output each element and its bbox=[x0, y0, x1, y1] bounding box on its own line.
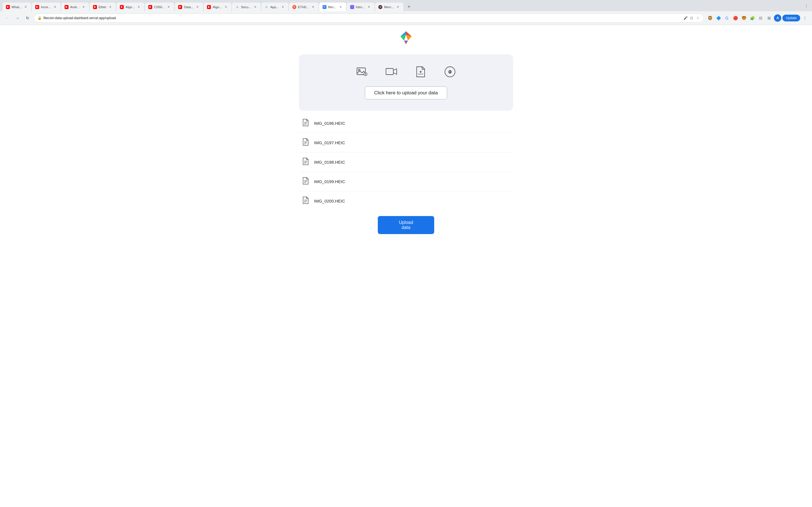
sidebar-toggle[interactable]: ⊟ bbox=[757, 14, 764, 22]
tab-favicon-yt6: ▶ bbox=[148, 5, 152, 9]
file-item-2: IMG_0198.HEIC bbox=[299, 152, 513, 172]
tab-label: Intro... bbox=[356, 5, 365, 9]
tab-intro[interactable]: I Intro... ✕ bbox=[347, 2, 375, 11]
tab-favicon-yt8: ▶ bbox=[207, 5, 211, 9]
document-add-icon bbox=[414, 66, 427, 78]
tab-label: What... bbox=[11, 5, 22, 9]
extension-icon4[interactable]: 🐯 bbox=[740, 14, 748, 22]
tab-label: Incre... bbox=[41, 5, 51, 9]
file-icon-0 bbox=[302, 119, 310, 128]
forward-button[interactable]: → bbox=[13, 14, 21, 22]
tab-favicon-g2: G bbox=[265, 5, 269, 9]
tab-label: Andr... bbox=[70, 5, 80, 9]
tab-label: CS50... bbox=[154, 5, 165, 9]
tab-close[interactable]: ✕ bbox=[281, 5, 285, 9]
tab-close[interactable]: ✕ bbox=[108, 5, 112, 9]
tab-close[interactable]: ✕ bbox=[396, 5, 400, 9]
document-upload-icon-item bbox=[414, 66, 427, 78]
upload-icons-row: ♩ bbox=[356, 66, 456, 78]
tab-favicon-yt4: ▶ bbox=[93, 5, 97, 9]
tab-bar: ▶ What... ✕ ▶ Incre... ✕ ▶ Andr... ✕ ▶ E… bbox=[0, 0, 812, 11]
tab-favicon-yt: ▶ bbox=[6, 5, 10, 9]
tab-label: ETH0... bbox=[298, 5, 309, 9]
svg-rect-10 bbox=[386, 68, 393, 75]
back-button[interactable]: ← bbox=[3, 14, 11, 22]
upload-card: ♩ Click here to upload your data bbox=[299, 54, 513, 111]
tab-eth0[interactable]: B ETH0... ✕ bbox=[289, 2, 319, 11]
tab-label: Data... bbox=[184, 5, 193, 9]
lock-icon: 🔒 bbox=[38, 16, 42, 20]
image-icon bbox=[356, 66, 368, 78]
tab-label: App... bbox=[270, 5, 279, 9]
cast-icon[interactable]: ⊡ bbox=[689, 15, 694, 20]
tab-favicon-yt7: ▶ bbox=[178, 5, 182, 9]
upload-data-button[interactable]: Upload data bbox=[378, 216, 434, 234]
tab-close[interactable]: ✕ bbox=[253, 5, 257, 9]
tab-close[interactable]: ✕ bbox=[166, 5, 171, 9]
tab-favicon-yt3: ▶ bbox=[64, 5, 68, 9]
split-view-icon[interactable]: ⊞ bbox=[765, 14, 773, 22]
upload-prompt-button[interactable]: Click here to upload your data bbox=[365, 87, 447, 100]
bookmark-icon[interactable]: ☆ bbox=[695, 15, 700, 20]
tab-label: Algo... bbox=[213, 5, 222, 9]
tab-favicon-yt2: ▶ bbox=[35, 5, 39, 9]
tab-andr[interactable]: ▶ Andr... ✕ bbox=[61, 2, 89, 11]
address-bar[interactable]: 🔒 filecoin-data-upload-dashbard.vercel.a… bbox=[34, 13, 704, 22]
file-item-3: IMG_0199.HEIC bbox=[299, 172, 513, 191]
tab-close[interactable]: ✕ bbox=[137, 5, 141, 9]
file-name-0: IMG_0196.HEIC bbox=[314, 121, 345, 126]
mic-icon[interactable]: 🎤 bbox=[683, 15, 688, 20]
extension-icon2[interactable]: G bbox=[723, 14, 730, 22]
tab-secu[interactable]: G Secu... ✕ bbox=[232, 2, 261, 11]
music-upload-icon-item: ♩ bbox=[444, 66, 456, 78]
video-upload-icon-item bbox=[385, 66, 398, 78]
file-name-1: IMG_0197.HEIC bbox=[314, 140, 345, 145]
tab-data[interactable]: ▶ Data... ✕ bbox=[174, 2, 203, 11]
tab-algo2[interactable]: ▶ Algo... ✕ bbox=[203, 2, 232, 11]
tab-label: Secu... bbox=[241, 5, 251, 9]
tab-filec[interactable]: F filec... ✕ bbox=[319, 2, 347, 11]
file-name-4: IMG_0200.HEIC bbox=[314, 199, 345, 203]
extension-icon1[interactable]: 🔷 bbox=[715, 14, 722, 22]
tab-favicon-gh: 🐙 bbox=[378, 5, 382, 9]
extension-icon3[interactable]: 🔴 bbox=[732, 14, 739, 22]
reload-button[interactable]: ↻ bbox=[24, 14, 32, 22]
tab-ether[interactable]: ▶ Ether ✕ bbox=[89, 2, 116, 11]
tab-close[interactable]: ✕ bbox=[195, 5, 200, 9]
update-button[interactable]: Update bbox=[782, 15, 800, 21]
tab-merc[interactable]: 🐙 Merc... ✕ bbox=[375, 2, 404, 11]
tab-search-button[interactable]: ⋮ bbox=[803, 3, 810, 10]
tab-close[interactable]: ✕ bbox=[53, 5, 57, 9]
tab-close[interactable]: ✕ bbox=[223, 5, 228, 9]
file-icon-4 bbox=[302, 196, 310, 205]
brave-icon[interactable]: 🦁 bbox=[706, 14, 714, 22]
tab-favicon-brave: B bbox=[292, 5, 296, 9]
tab-close[interactable]: ✕ bbox=[338, 5, 343, 9]
tab-cs50[interactable]: ▶ CS50... ✕ bbox=[145, 2, 174, 11]
tab-incre[interactable]: ▶ Incre... ✕ bbox=[32, 2, 61, 11]
tab-label: Ether bbox=[99, 5, 107, 9]
logo-area bbox=[396, 31, 416, 46]
profile-avatar[interactable]: A bbox=[774, 14, 781, 22]
tab-close[interactable]: ✕ bbox=[311, 5, 315, 9]
file-icon-3 bbox=[302, 177, 310, 186]
tab-favicon-file: F bbox=[322, 5, 326, 9]
tab-close[interactable]: ✕ bbox=[23, 5, 28, 9]
app-logo bbox=[396, 31, 416, 45]
extension-icon5[interactable]: 🧩 bbox=[749, 14, 756, 22]
tab-app[interactable]: G App... ✕ bbox=[261, 2, 289, 11]
music-icon: ♩ bbox=[444, 66, 456, 78]
menu-icon[interactable]: ⋮ bbox=[801, 14, 809, 22]
tab-whats[interactable]: ▶ What... ✕ bbox=[2, 2, 32, 11]
video-icon bbox=[385, 66, 398, 78]
new-tab-button[interactable]: + bbox=[405, 3, 413, 11]
file-name-2: IMG_0198.HEIC bbox=[314, 160, 345, 165]
svg-marker-4 bbox=[404, 41, 408, 44]
file-item-4: IMG_0200.HEIC bbox=[299, 191, 513, 210]
page-content: ♩ Click here to upload your data IMG_019… bbox=[0, 25, 812, 507]
tab-close[interactable]: ✕ bbox=[81, 5, 86, 9]
tab-close[interactable]: ✕ bbox=[366, 5, 371, 9]
tab-favicon-g1: G bbox=[236, 5, 239, 9]
tab-algo1[interactable]: ▶ Algo... ✕ bbox=[116, 2, 145, 11]
file-name-3: IMG_0199.HEIC bbox=[314, 179, 345, 184]
